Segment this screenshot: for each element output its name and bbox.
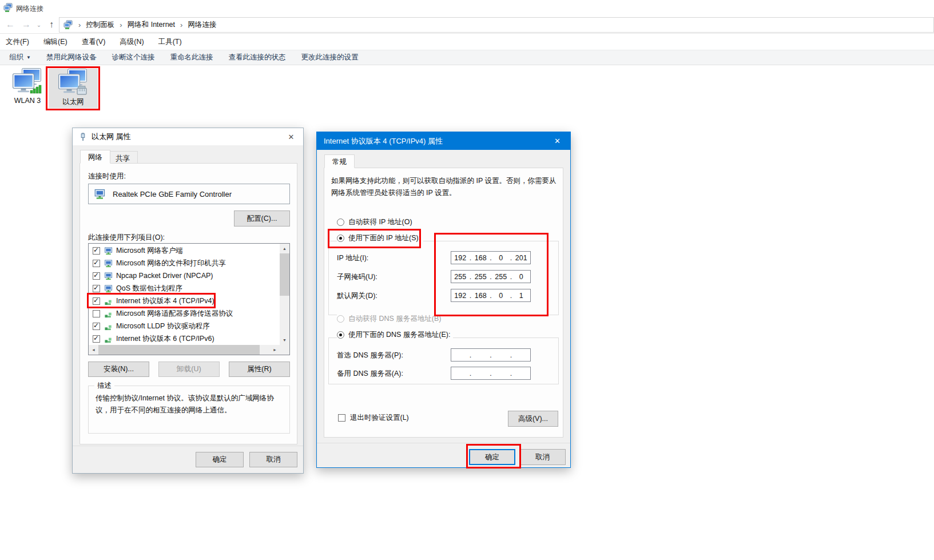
octet[interactable]: 192 [451, 253, 470, 262]
checkbox[interactable]: ✓ [93, 260, 100, 267]
window-title-bar[interactable]: 网络连接 [0, 0, 934, 16]
list-item[interactable]: Microsoft 网络适配器多路传送器协议 [89, 307, 279, 320]
octet[interactable]: 168 [472, 253, 490, 262]
validate-on-exit-row[interactable]: 退出时验证设置(L) [338, 413, 409, 423]
octet[interactable] [512, 373, 531, 374]
scroll-down-icon[interactable]: ▼ [280, 335, 289, 345]
checkbox[interactable]: ✓ [93, 247, 100, 255]
ethernet-dialog-title-bar[interactable]: 以太网 属性 [73, 128, 303, 145]
scrollbar-thumb[interactable] [98, 345, 260, 355]
cancel-button[interactable]: 取消 [519, 449, 566, 465]
close-button[interactable]: ✕ [544, 132, 570, 150]
ok-button[interactable]: 确定 [469, 449, 515, 465]
scroll-right-icon[interactable]: ► [270, 345, 280, 355]
history-dropdown-button[interactable]: ⌄ [34, 16, 43, 33]
octet[interactable] [512, 355, 531, 355]
list-item[interactable]: ✓ Microsoft 网络的文件和打印机共享 [89, 257, 279, 269]
list-item[interactable]: ✓ QoS 数据包计划程序 [89, 282, 279, 295]
items-list-label: 此连接使用下列项目(O): [88, 233, 165, 243]
view-status-button[interactable]: 查看此连接的状态 [228, 53, 285, 62]
octet[interactable]: 255 [472, 272, 490, 281]
check-icon: ✓ [93, 296, 99, 304]
radio-selected-icon[interactable] [337, 235, 344, 242]
list-item[interactable]: ✓ Internet 协议版本 6 (TCP/IPv6) [89, 332, 279, 345]
tab-sharing[interactable]: 共享 [108, 151, 138, 164]
octet[interactable] [492, 355, 510, 355]
octet[interactable]: 1 [512, 291, 531, 300]
menu-tools[interactable]: 工具(T) [158, 37, 182, 47]
octet[interactable] [472, 355, 490, 355]
close-button[interactable]: ✕ [279, 128, 303, 145]
octet[interactable] [472, 373, 490, 374]
description-title: 描述 [94, 381, 114, 391]
radio-manual-ip[interactable]: 使用下面的 IP 地址(S): [337, 233, 423, 243]
default-gateway-field[interactable]: 19216801 [451, 289, 531, 302]
octet[interactable]: 192 [451, 291, 470, 300]
disable-device-button[interactable]: 禁用此网络设备 [46, 53, 97, 62]
menu-file[interactable]: 文件(F) [6, 37, 29, 47]
octet[interactable]: 0 [492, 253, 510, 262]
address-bar[interactable]: › 控制面板 › 网络和 Internet › 网络连接 [59, 17, 934, 33]
rename-connection-button[interactable]: 重命名此连接 [170, 53, 213, 62]
ok-button[interactable]: 确定 [196, 452, 244, 467]
radio-icon[interactable] [337, 219, 344, 226]
breadcrumb-network-connections[interactable]: 网络连接 [188, 20, 216, 30]
checkbox[interactable]: ✓ [93, 297, 100, 305]
list-item[interactable]: ✓ Npcap Packet Driver (NPCAP) [89, 269, 279, 282]
octet[interactable]: 201 [512, 253, 531, 262]
list-item[interactable]: ✓ Microsoft LLDP 协议驱动程序 [89, 320, 279, 332]
octet[interactable]: 255 [492, 272, 510, 281]
install-button[interactable]: 安装(N)... [88, 362, 149, 377]
checkbox[interactable]: ✓ [93, 272, 100, 280]
configure-button[interactable]: 配置(C)... [234, 211, 290, 227]
checkbox[interactable]: ✓ [93, 323, 100, 330]
tab-network[interactable]: 网络 [80, 150, 110, 164]
octet[interactable] [451, 355, 470, 355]
organize-button[interactable]: 组织 ▼ [9, 53, 31, 62]
octet[interactable]: 255 [451, 272, 470, 281]
list-item[interactable]: ✓ Microsoft 网络客户端 [89, 244, 279, 257]
ip-address-field[interactable]: 1921680201 [451, 251, 531, 264]
connection-wlan[interactable]: WLAN 3 [9, 68, 46, 109]
radio-auto-dns: 自动获得 DNS 服务器地址(B) [337, 314, 444, 324]
scrollbar-thumb[interactable] [280, 253, 289, 296]
preferred-dns-field[interactable] [451, 348, 531, 362]
cancel-button[interactable]: 取消 [249, 452, 297, 467]
radio-auto-ip[interactable]: 自动获得 IP 地址(O) [337, 217, 415, 227]
radio-manual-dns[interactable]: 使用下面的 DNS 服务器地址(E): [337, 330, 453, 340]
checkbox[interactable] [338, 414, 345, 422]
tab-general[interactable]: 常规 [324, 154, 355, 168]
octet[interactable]: 168 [472, 291, 490, 300]
up-button[interactable]: ↑ [45, 16, 58, 33]
properties-button[interactable]: 属性(R) [229, 362, 290, 377]
radio-selected-icon[interactable] [337, 331, 344, 339]
menu-edit[interactable]: 编辑(E) [43, 37, 67, 47]
close-icon: ✕ [288, 133, 295, 141]
breadcrumb-control-panel[interactable]: 控制面板 [86, 20, 114, 30]
protocol-icon [104, 322, 113, 331]
connection-ethernet[interactable]: 以太网 [49, 69, 98, 108]
change-settings-button[interactable]: 更改此连接的设置 [301, 53, 358, 62]
scroll-left-icon[interactable]: ◄ [89, 345, 98, 355]
checkbox[interactable]: ✓ [93, 335, 100, 343]
list-item-ipv4[interactable]: ✓ Internet 协议版本 4 (TCP/IPv4) [89, 295, 279, 307]
subnet-mask-field[interactable]: 2552552550 [451, 270, 531, 283]
alternate-dns-field[interactable] [451, 367, 531, 380]
diagnose-connection-button[interactable]: 诊断这个连接 [112, 53, 154, 62]
octet[interactable]: 0 [492, 291, 510, 300]
octet[interactable] [451, 373, 470, 374]
advanced-button[interactable]: 高级(V)... [508, 411, 558, 427]
menu-view[interactable]: 查看(V) [82, 37, 106, 47]
vertical-scrollbar[interactable]: ▲ ▼ [280, 244, 289, 345]
breadcrumb-network-and-internet[interactable]: 网络和 Internet [128, 20, 175, 30]
ethernet-icon [58, 69, 88, 96]
scroll-up-icon[interactable]: ▲ [280, 244, 289, 253]
octet[interactable] [492, 373, 510, 374]
checkbox[interactable] [93, 310, 100, 317]
ipv4-dialog-title-bar[interactable]: Internet 协议版本 4 (TCP/IPv4) 属性 [317, 132, 570, 150]
ethernet-properties-dialog: 以太网 属性 ✕ 网络 共享 连接时使用: Realtek PCIe GbE F… [72, 128, 304, 474]
horizontal-scrollbar[interactable]: ◄ ► [89, 345, 280, 355]
checkbox[interactable]: ✓ [93, 285, 100, 292]
octet[interactable]: 0 [512, 272, 531, 281]
menu-advanced[interactable]: 高级(N) [120, 37, 144, 47]
